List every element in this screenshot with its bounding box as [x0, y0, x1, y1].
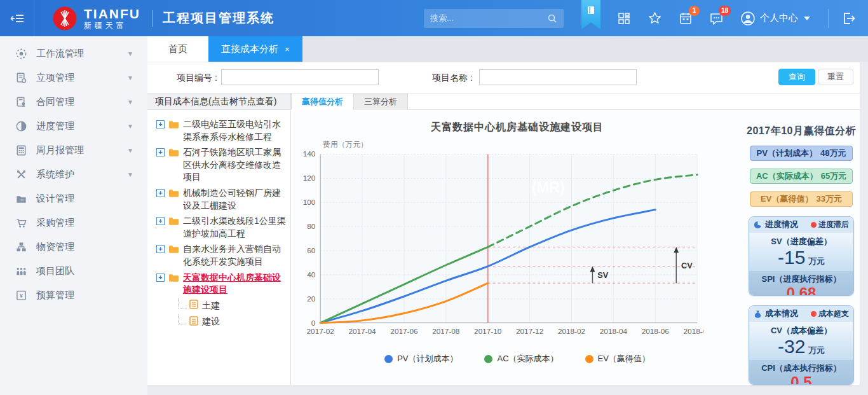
materials-icon — [15, 241, 27, 253]
tree-item-label[interactable]: 机械制造公司轻钢厂房建设及工棚建设 — [183, 187, 287, 212]
tree-child-label[interactable]: 土建 — [202, 300, 220, 312]
sidebar-item-design[interactable]: 设计管理 — [0, 186, 147, 211]
tree-item[interactable]: +机械制造公司轻钢厂房建设及工棚建设 — [156, 187, 287, 212]
expand-plus-icon[interactable]: + — [156, 245, 165, 253]
subtab-earned-value-analysis[interactable]: 赢得值分析 — [291, 94, 354, 110]
filter-form: 项目编号 : 项目名称 : 查询 重置 — [147, 62, 860, 93]
bookmark-ribbon-button[interactable] — [581, 0, 600, 29]
tree-item-label[interactable]: 石河子铁路地区职工家属区供水分离移交维修改造项目 — [183, 146, 287, 184]
brand-name-en: TIANFU — [84, 6, 140, 21]
sidebar-item-budget[interactable]: ¥预算管理 — [0, 283, 147, 307]
sv-label: SV（进度偏差） — [749, 236, 853, 247]
sidebar-item-system-maintenance[interactable]: 系统维护▼ — [0, 162, 147, 186]
sidebar-item-project-initiation[interactable]: 立项管理▼ — [0, 66, 147, 90]
tree-item-label[interactable]: 自来水业务并入营销自动化系统开发实施项目 — [183, 243, 287, 268]
stats-title: 2017年10月赢得值分析 — [747, 125, 856, 138]
cv-value: -32 — [778, 336, 805, 357]
user-menu[interactable]: 个人中心 — [740, 11, 810, 26]
search-input[interactable] — [430, 13, 547, 23]
tree-item-label[interactable]: 二级引水渠改线段1公里渠道护坡加高工程 — [183, 215, 287, 240]
tree-item-label[interactable]: 二级电站至五级电站引水渠系春系停水检修工程 — [183, 118, 287, 143]
spi-value: 0.68 — [749, 285, 853, 296]
expand-plus-icon[interactable]: + — [156, 120, 165, 128]
reset-button[interactable]: 重置 — [818, 69, 853, 85]
svg-text:120: 120 — [303, 174, 316, 182]
query-button[interactable]: 查询 — [778, 69, 815, 85]
tree-child-label[interactable]: 建设 — [202, 315, 220, 328]
tree-child-item[interactable]: 建设 — [178, 315, 287, 328]
sv-unit: 万元 — [808, 256, 825, 266]
project-no-input[interactable] — [221, 69, 379, 85]
sidebar-item-label: 物资管理 — [36, 241, 147, 253]
sidebar-item-label: 项目团队 — [36, 265, 147, 277]
cost-status-card: 成本情况 成本超支 CV（成本偏差） -32 万元 CPI（成本执行指标） 0.… — [749, 305, 854, 385]
sidebar-item-contract[interactable]: 合同管理▼ — [0, 90, 147, 114]
svg-text:0: 0 — [311, 319, 316, 327]
tree-item-label[interactable]: 天富数据中心机房基础设施建设项目 — [183, 272, 287, 296]
progress-status-card: 进度情况 进度滞后 SV（进度偏差） -15 万元 SPI（进度执行指标） 0.… — [749, 216, 854, 296]
sidebar-item-procurement[interactable]: 采购管理 — [0, 211, 147, 235]
subtab-three-estimate-analysis[interactable]: 三算分析 — [354, 94, 408, 110]
tree-item[interactable]: +自来水业务并入营销自动化系统开发实施项目 — [156, 243, 287, 268]
folder-icon — [168, 188, 179, 200]
sidebar-item-weekly-monthly-report[interactable]: 周月报管理▼ — [0, 138, 147, 162]
tab-direct-cost-analysis[interactable]: 直接成本分析 × — [208, 36, 302, 62]
chevron-down-icon — [804, 17, 810, 20]
status-dot-icon — [811, 311, 817, 317]
svg-text:CV: CV — [681, 261, 693, 270]
legend-item[interactable]: EV（赢得值） — [585, 353, 650, 364]
tab-home[interactable]: 首页 — [147, 36, 208, 62]
tree-item[interactable]: +二级引水渠改线段1公里渠道护坡加高工程 — [156, 215, 287, 240]
apps-grid-button[interactable] — [617, 11, 631, 25]
tree-item[interactable]: +石河子铁路地区职工家属区供水分离移交维修改造项目 — [156, 146, 287, 184]
tree-item[interactable]: +天富数据中心机房基础设施建设项目 — [156, 272, 287, 296]
tree-child-item[interactable]: 土建 — [178, 300, 287, 312]
user-avatar-icon — [740, 11, 756, 26]
chevron-down-icon: ▼ — [127, 123, 133, 130]
sidebar-nav: 工作流管理▼立项管理▼合同管理▼进度管理▼周月报管理▼系统维护▼设计管理采购管理… — [0, 36, 147, 395]
expand-plus-icon[interactable]: + — [156, 189, 165, 197]
svg-text:2018-04: 2018-04 — [600, 327, 628, 335]
messages-button[interactable]: 18 — [709, 11, 724, 25]
top-header-bar: TIANFU 新疆天富 工程项目管理系统 — [0, 0, 868, 36]
progress-status-text: 进度滞后 — [818, 219, 849, 230]
project-name-label: 项目名称 : — [432, 73, 473, 84]
cv-unit: 万元 — [808, 345, 825, 355]
search-icon[interactable] — [547, 13, 557, 24]
project-initiation-icon — [15, 72, 27, 84]
sidebar-item-label: 周月报管理 — [36, 144, 118, 156]
header-divider — [828, 9, 829, 28]
chevron-down-icon: ▼ — [127, 147, 133, 154]
expand-plus-icon[interactable]: + — [156, 274, 165, 282]
expand-plus-icon[interactable]: + — [156, 148, 165, 156]
svg-text:2017-06: 2017-06 — [390, 327, 418, 335]
sidebar-item-progress[interactable]: 进度管理▼ — [0, 114, 147, 138]
contract-icon — [15, 96, 27, 108]
sidebar-item-workflow[interactable]: 工作流管理▼ — [0, 41, 147, 66]
calendar-button[interactable]: 1 — [679, 11, 693, 25]
svg-text:2018-08: 2018-08 — [684, 327, 703, 335]
project-name-input[interactable] — [479, 69, 637, 85]
chart-region: 天富数据中心机房基础设施建设项目 0204060801001201402017-… — [292, 111, 860, 385]
sv-value: -15 — [778, 247, 805, 268]
expand-plus-icon[interactable]: + — [156, 217, 165, 225]
folder-icon — [168, 120, 179, 132]
svg-text:100: 100 — [303, 198, 316, 206]
chevron-down-icon: ▼ — [127, 171, 133, 178]
workflow-icon — [15, 48, 27, 60]
legend-item[interactable]: PV（计划成本） — [384, 353, 458, 364]
book-icon — [587, 6, 595, 15]
earned-value-line-chart: 0204060801001201402017-022017-042017-062… — [292, 135, 703, 349]
close-icon[interactable]: × — [285, 45, 290, 54]
sidebar-item-project-team[interactable]: 项目团队 — [0, 259, 147, 283]
legend-item[interactable]: AC（实际成本） — [484, 353, 558, 364]
sidebar-item-label: 采购管理 — [36, 217, 147, 229]
chart-area: 天富数据中心机房基础设施建设项目 0204060801001201402017-… — [292, 111, 743, 385]
favorites-button[interactable] — [648, 11, 662, 25]
sidebar-collapse-button[interactable] — [0, 0, 34, 36]
logout-icon — [841, 11, 857, 25]
sidebar-item-materials[interactable]: 物资管理 — [0, 235, 147, 259]
legend-label: PV（计划成本） — [397, 353, 458, 364]
tree-item[interactable]: +二级电站至五级电站引水渠系春系停水检修工程 — [156, 118, 287, 143]
logout-button[interactable] — [841, 11, 857, 25]
